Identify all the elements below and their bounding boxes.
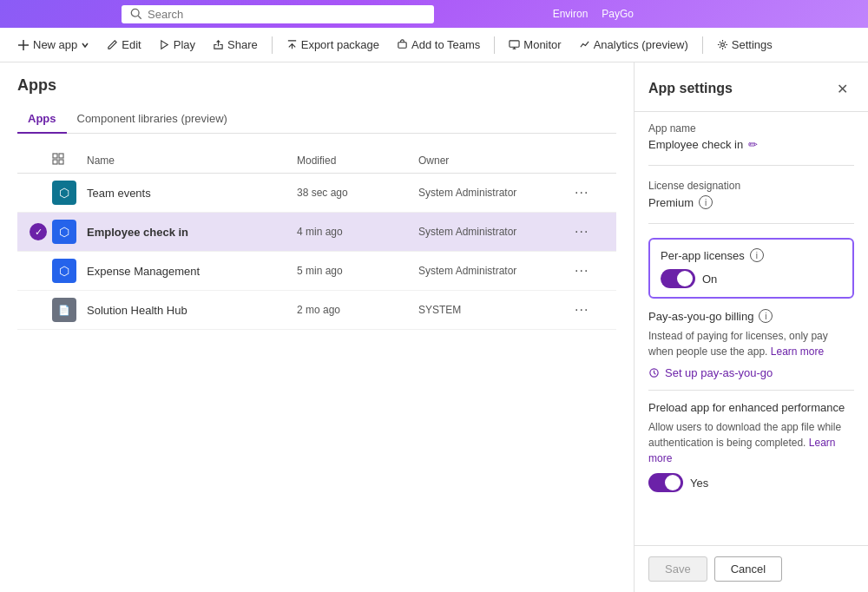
billing-title: Pay-as-you-go billing i bbox=[648, 309, 854, 323]
table-row[interactable]: 📄 Solution Health Hub 2 mo ago SYSTEM ··… bbox=[17, 291, 616, 330]
tabs: Apps Component libraries (preview) bbox=[17, 105, 616, 134]
more-options-button[interactable]: ··· bbox=[575, 263, 589, 279]
settings-header: App settings ✕ bbox=[635, 62, 868, 112]
search-icon bbox=[130, 8, 142, 20]
billing-learn-more-link[interactable]: Learn more bbox=[771, 345, 824, 358]
modified-time: 4 min ago bbox=[297, 226, 418, 238]
per-app-box: Per-app licenses i On bbox=[648, 238, 854, 299]
preload-toggle-row: Yes bbox=[648, 473, 854, 492]
page-title: Apps bbox=[17, 76, 616, 95]
app-icon: 📄 bbox=[52, 298, 76, 322]
preload-toggle-label: Yes bbox=[690, 477, 708, 490]
billing-info-icon[interactable]: i bbox=[759, 309, 773, 323]
new-app-button[interactable]: New app bbox=[10, 35, 96, 55]
app-name: Solution Health Hub bbox=[87, 304, 297, 317]
edit-icon bbox=[107, 39, 118, 50]
grid-icon bbox=[52, 153, 64, 165]
monitor-button[interactable]: Monitor bbox=[502, 35, 568, 55]
svg-rect-9 bbox=[59, 154, 63, 158]
search-input[interactable] bbox=[148, 8, 425, 21]
chevron-down-icon bbox=[81, 41, 89, 49]
toolbar: New app Edit Play Share Export package bbox=[0, 28, 868, 62]
cancel-button[interactable]: Cancel bbox=[714, 556, 782, 582]
teams-icon bbox=[397, 39, 408, 50]
env-info: Environ PayGo bbox=[553, 8, 634, 20]
play-button[interactable]: Play bbox=[152, 35, 202, 55]
edit-button[interactable]: Edit bbox=[100, 35, 148, 55]
billing-section: Pay-as-you-go billing i Instead of payin… bbox=[648, 309, 854, 379]
plus-icon bbox=[17, 39, 30, 51]
table-row[interactable]: ⬡ Expense Management 5 min ago System Ad… bbox=[17, 252, 616, 291]
env-name: PayGo bbox=[602, 8, 634, 20]
setup-icon bbox=[648, 367, 660, 378]
share-button[interactable]: Share bbox=[206, 35, 265, 55]
search-box[interactable] bbox=[122, 5, 434, 23]
export-button[interactable]: Export package bbox=[279, 35, 386, 55]
app-icon: ⬡ bbox=[52, 181, 76, 205]
billing-desc: Instead of paying for licenses, only pay… bbox=[648, 328, 854, 359]
setup-link[interactable]: Set up pay-as-you-go bbox=[648, 366, 854, 379]
more-options-button[interactable]: ··· bbox=[575, 302, 589, 318]
owner-name: SYSTEM bbox=[418, 304, 575, 316]
monitor-icon bbox=[509, 39, 520, 50]
app-name-label: App name bbox=[648, 122, 854, 135]
svg-rect-6 bbox=[510, 41, 519, 47]
gear-icon bbox=[717, 39, 728, 50]
play-icon bbox=[159, 39, 170, 50]
owner-name: System Administrator bbox=[418, 187, 575, 199]
svg-marker-4 bbox=[161, 41, 168, 49]
svg-rect-11 bbox=[59, 160, 63, 164]
table-row[interactable]: ✓ ⬡ Employee check in 4 min ago System A… bbox=[17, 213, 616, 252]
preload-desc: Allow users to download the app file whi… bbox=[648, 419, 854, 466]
table-row[interactable]: ⬡ Team events 38 sec ago System Administ… bbox=[17, 174, 616, 213]
modified-time: 2 mo ago bbox=[297, 304, 418, 316]
analytics-icon bbox=[579, 39, 590, 50]
name-header: Name bbox=[87, 155, 297, 167]
settings-body: App name Employee check in ✏ License des… bbox=[635, 112, 868, 545]
app-name-section: App name Employee check in ✏ bbox=[648, 122, 854, 166]
per-app-toggle-row: On bbox=[661, 269, 842, 288]
owner-header: Owner bbox=[418, 155, 575, 167]
app-name: Team events bbox=[87, 187, 297, 200]
analytics-button[interactable]: Analytics (preview) bbox=[572, 35, 695, 55]
settings-button[interactable]: Settings bbox=[710, 35, 779, 55]
modified-header: Modified bbox=[297, 155, 418, 167]
per-app-title: Per-app licenses i bbox=[661, 248, 842, 262]
tab-component-libraries[interactable]: Component libraries (preview) bbox=[67, 105, 238, 134]
env-label: Environ bbox=[553, 8, 589, 20]
svg-line-1 bbox=[138, 16, 141, 19]
app-name-value: Employee check in ✏ bbox=[648, 138, 854, 151]
license-info-icon[interactable]: i bbox=[699, 195, 713, 209]
tab-apps[interactable]: Apps bbox=[17, 105, 67, 134]
license-label: License designation bbox=[648, 180, 854, 192]
main-area: Apps Apps Component libraries (preview) … bbox=[0, 62, 868, 592]
table-header: Name Modified Owner bbox=[17, 148, 616, 174]
close-button[interactable]: ✕ bbox=[830, 76, 854, 101]
svg-point-7 bbox=[720, 43, 724, 47]
preload-title: Preload app for enhanced performance bbox=[648, 401, 854, 414]
app-icon: ⬡ bbox=[52, 259, 76, 283]
more-options-button[interactable]: ··· bbox=[575, 224, 589, 240]
license-section: License designation Premium i bbox=[648, 180, 854, 224]
owner-name: System Administrator bbox=[418, 226, 575, 238]
svg-rect-10 bbox=[53, 160, 57, 164]
export-icon bbox=[286, 39, 298, 50]
preload-toggle[interactable] bbox=[648, 473, 683, 492]
per-app-info-icon[interactable]: i bbox=[750, 248, 764, 262]
settings-title: App settings bbox=[648, 81, 733, 96]
license-value: Premium i bbox=[648, 195, 854, 209]
app-settings-panel: App settings ✕ App name Employee check i… bbox=[634, 62, 868, 592]
preload-section: Preload app for enhanced performance All… bbox=[648, 401, 854, 492]
save-button[interactable]: Save bbox=[648, 556, 707, 582]
app-name: Expense Management bbox=[87, 265, 297, 278]
left-panel: Apps Apps Component libraries (preview) … bbox=[0, 62, 634, 592]
app-icon: ⬡ bbox=[52, 220, 76, 244]
selected-indicator: ✓ bbox=[30, 223, 47, 240]
app-name: Employee check in bbox=[87, 226, 297, 239]
add-teams-button[interactable]: Add to Teams bbox=[390, 35, 487, 55]
more-options-button[interactable]: ··· bbox=[575, 185, 589, 201]
edit-app-name-icon[interactable]: ✏ bbox=[748, 138, 758, 151]
svg-rect-5 bbox=[398, 43, 406, 49]
per-app-toggle[interactable] bbox=[661, 269, 695, 288]
per-app-toggle-label: On bbox=[702, 273, 717, 286]
